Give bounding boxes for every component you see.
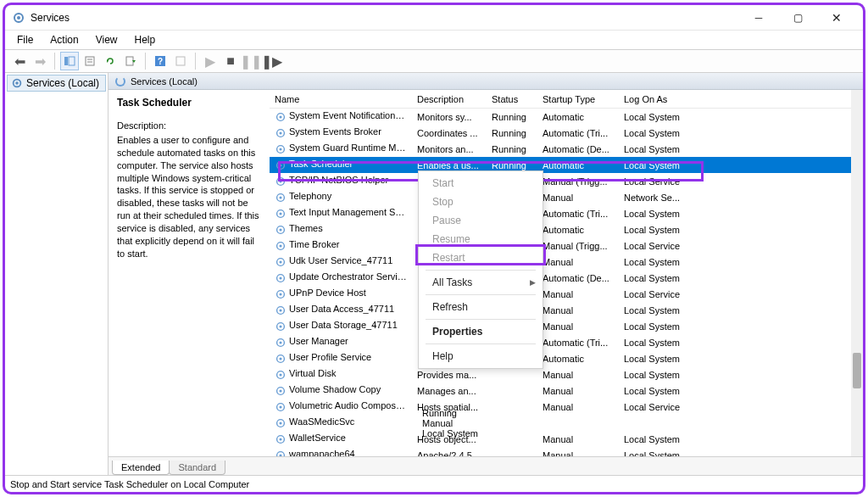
ctx-all-tasks[interactable]: All Tasks▶ — [419, 273, 542, 292]
table-row[interactable]: User Profile ServiceAutomaticLocal Syste… — [270, 350, 863, 366]
service-name: User Data Storage_47711 — [289, 320, 398, 330]
detail-desc-text: Enables a user to configure and schedule… — [117, 134, 261, 260]
table-row[interactable]: System Event Notification S...Monitors s… — [270, 109, 863, 125]
gear-icon — [275, 304, 287, 316]
svg-point-46 — [279, 357, 281, 360]
svg-point-54 — [279, 422, 281, 424]
table-row[interactable]: Task SchedulerEnables a us...RunningAuto… — [270, 157, 863, 173]
ctx-properties[interactable]: Properties — [419, 322, 542, 341]
svg-point-22 — [279, 164, 281, 166]
service-desc: Hosts object... — [412, 434, 487, 444]
status-text: Stop and Start service Task Scheduler on… — [10, 479, 249, 489]
table-row[interactable]: TelephonyManualNetwork Se... — [270, 189, 863, 205]
service-logon: Network Se... — [619, 193, 693, 203]
export-button[interactable] — [121, 52, 140, 70]
service-startup: Manual — [537, 257, 619, 267]
service-logon: Local System — [619, 112, 693, 122]
service-logon: Local System — [619, 128, 693, 138]
service-startup: Manual (Trigg... — [537, 176, 619, 187]
table-row[interactable]: WalletServiceHosts object...ManualLocal … — [270, 431, 863, 447]
tab-extended[interactable]: Extended — [112, 461, 170, 475]
scroll-thumb[interactable] — [853, 353, 861, 388]
svg-point-40 — [279, 309, 281, 311]
gear-icon — [275, 369, 287, 381]
table-row[interactable]: User ManagerAutomatic (Tri...Local Syste… — [270, 334, 863, 350]
show-hide-tree-button[interactable] — [60, 52, 79, 70]
menu-view[interactable]: View — [89, 32, 125, 47]
table-row[interactable]: System Events BrokerCoordinates ...Runni… — [270, 125, 863, 141]
service-name: User Profile Service — [289, 352, 371, 362]
gear-icon — [275, 337, 287, 349]
tab-standard[interactable]: Standard — [169, 461, 225, 475]
minimize-button[interactable]: ─ — [739, 5, 778, 31]
ctx-start: Start — [419, 174, 542, 193]
gear-icon — [11, 77, 23, 89]
table-row[interactable]: TCP/IP NetBIOS HelperManual (Trigg...Loc… — [270, 173, 863, 189]
gear-icon — [275, 353, 287, 365]
service-desc: Enables a us... — [412, 160, 487, 170]
col-logon[interactable]: Log On As — [619, 94, 693, 104]
ctx-resume: Resume — [419, 230, 542, 248]
table-row[interactable]: Time BrokerManual (Trigg...Local Service — [270, 237, 863, 254]
help2-button[interactable] — [171, 52, 190, 70]
table-row[interactable]: WaaSMedicSvcRunningManualLocal System — [270, 415, 863, 431]
service-logon: Local Service — [619, 241, 693, 251]
menu-action[interactable]: Action — [43, 32, 85, 47]
col-startup[interactable]: Startup Type — [537, 94, 619, 104]
svg-rect-8 — [126, 57, 133, 65]
svg-point-18 — [279, 131, 281, 134]
table-row[interactable]: Udk User Service_47711ManualLocal System — [270, 254, 863, 270]
table-row[interactable]: User Data Access_47711ManualLocal System — [270, 302, 863, 318]
table-row[interactable]: UPnP Device HostManualLocal Service — [270, 286, 863, 302]
service-status: Running — [487, 160, 537, 170]
table-row[interactable]: User Data Storage_47711ManualLocal Syste… — [270, 318, 863, 334]
service-logon: Local System — [619, 321, 693, 332]
ctx-restart[interactable]: Restart — [419, 248, 542, 267]
table-row[interactable]: Text Input Management Ser...Automatic (T… — [270, 205, 863, 221]
view-tabs: Extended Standard — [108, 456, 863, 475]
gear-icon — [275, 208, 287, 220]
tree-item-services-local[interactable]: Services (Local) — [7, 75, 106, 92]
gear-icon — [275, 321, 287, 332]
table-row[interactable]: Virtual DiskProvides ma...ManualLocal Sy… — [270, 366, 863, 383]
close-button[interactable]: ✕ — [817, 5, 856, 31]
service-desc: Provides ma... — [412, 370, 487, 380]
stop-button[interactable]: ■ — [221, 52, 240, 70]
help-button[interactable]: ? — [151, 52, 170, 70]
menu-file[interactable]: File — [10, 32, 40, 47]
window-title: Services — [31, 12, 739, 24]
ctx-help[interactable]: Help — [419, 347, 542, 366]
service-startup: Manual (Trigg... — [537, 241, 619, 251]
pause-button[interactable]: ❚❚ — [242, 52, 260, 70]
svg-point-42 — [279, 325, 281, 327]
service-desc: Apache/2.4.5... — [412, 450, 487, 457]
restart-toolbar-button[interactable]: ❚▶ — [262, 52, 281, 70]
svg-point-50 — [279, 389, 281, 392]
statusbar: Stop and Start service Task Scheduler on… — [5, 475, 863, 492]
play-button[interactable]: ▶ — [201, 52, 220, 70]
properties-button[interactable] — [81, 52, 99, 70]
menu-help[interactable]: Help — [128, 32, 163, 47]
service-logon: Local System — [619, 434, 693, 444]
table-row[interactable]: wampapache64Apache/2.4.5...ManualLocal S… — [270, 447, 863, 456]
col-desc[interactable]: Description — [412, 94, 487, 104]
table-row[interactable]: ThemesAutomaticLocal System — [270, 221, 863, 237]
service-startup: Automatic (De... — [537, 144, 619, 154]
svg-point-20 — [279, 148, 281, 150]
table-row[interactable]: Volume Shadow CopyManages an...ManualLoc… — [270, 383, 863, 399]
service-startup: Manual — [417, 418, 487, 428]
refresh-button[interactable] — [101, 52, 120, 70]
table-row[interactable]: Update Orchestrator ServiceAutomatic (De… — [270, 270, 863, 286]
table-row[interactable]: System Guard Runtime Mon...Monitors an..… — [270, 141, 863, 157]
table-row[interactable]: Volumetric Audio Composit...Hosts spatia… — [270, 399, 863, 415]
service-name: User Manager — [289, 336, 348, 346]
scrollbar[interactable] — [851, 90, 863, 456]
col-name[interactable]: Name — [270, 94, 412, 104]
ctx-refresh[interactable]: Refresh — [419, 298, 542, 316]
svg-point-1 — [17, 16, 20, 20]
back-button[interactable]: ⬅ — [10, 52, 29, 70]
maximize-button[interactable]: ▢ — [778, 5, 817, 31]
forward-button[interactable]: ➡ — [31, 52, 49, 70]
col-status[interactable]: Status — [487, 94, 537, 104]
gear-icon — [275, 224, 287, 236]
